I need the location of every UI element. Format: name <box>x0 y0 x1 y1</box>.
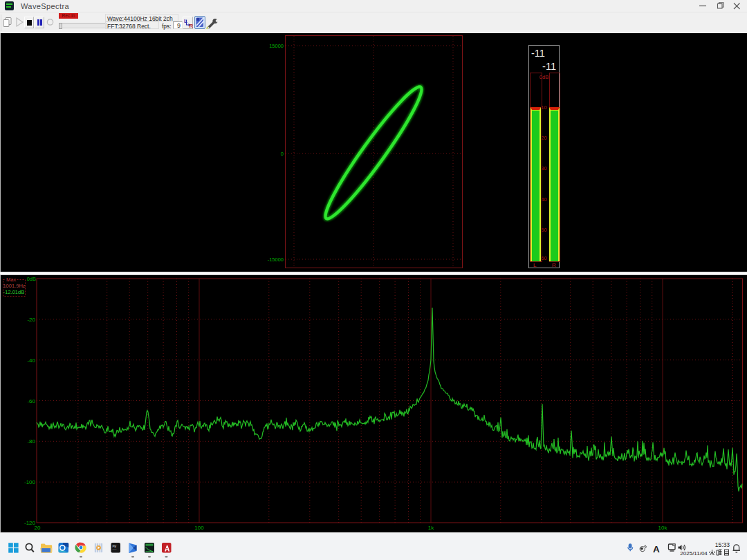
svg-text:15000: 15000 <box>269 43 284 49</box>
svg-text:1k: 1k <box>428 525 434 531</box>
svg-text:-20: -20 <box>27 317 35 323</box>
svg-text:100: 100 <box>194 525 204 531</box>
svg-text:10k: 10k <box>658 525 668 531</box>
svg-text:A: A <box>653 544 660 554</box>
svg-text:R: R <box>190 23 194 29</box>
svg-text:-40: -40 <box>27 357 35 364</box>
svg-text:0dB: 0dB <box>27 276 36 282</box>
svg-text:-60: -60 <box>27 398 35 404</box>
svg-text:-12.01dB: -12.01dB <box>3 289 24 295</box>
svg-text:-15000: -15000 <box>268 256 284 263</box>
svg-text:-100: -100 <box>24 479 36 485</box>
svg-text:0: 0 <box>281 151 284 157</box>
svg-text:PW: PW <box>113 545 117 548</box>
svg-text:1001.9Hz: 1001.9Hz <box>3 283 25 289</box>
svg-text:-80: -80 <box>27 438 35 445</box>
svg-text:20: 20 <box>35 525 41 531</box>
svg-text:L: L <box>184 17 187 24</box>
svg-text:Max: Max <box>6 277 16 283</box>
